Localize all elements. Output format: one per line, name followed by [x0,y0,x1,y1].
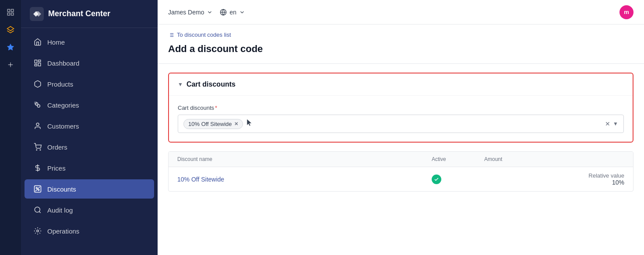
sidebar-item-label-customers: Customers [47,122,79,130]
select-controls: ✕ ▼ [605,120,618,127]
svg-rect-0 [7,9,10,11]
sidebar-header: Merchant Center [21,0,158,28]
store-name: James Demo [168,9,204,16]
language-selector[interactable]: en [220,9,245,16]
svg-rect-3 [11,13,14,15]
collapse-chevron-icon: ▼ [178,81,183,87]
sidebar-item-home[interactable]: Home [25,32,154,52]
page-title: Add a discount code [168,43,633,55]
svg-point-20 [38,189,39,191]
tag-label: 10% Off Sitewide [188,121,232,127]
breadcrumb-link[interactable]: To discount codes list [168,31,633,38]
svg-rect-1 [11,9,14,11]
topbar-left: James Demo en [168,9,245,16]
sidebar-item-discounts[interactable]: Discounts [25,179,154,199]
pointer-cursor-icon [246,119,254,127]
selected-tag[interactable]: 10% Off Sitewide ✕ [183,119,243,129]
accent-bar [0,0,21,255]
sidebar-item-label-discounts: Discounts [47,185,76,193]
orders-icon [33,143,42,151]
table-row: 10% Off Sitewide Relative value 10% [169,167,633,191]
sidebar: Merchant Center Home Dashboard Products … [21,0,158,255]
col-extra [537,156,624,162]
content-inner: To discount codes list Add a discount co… [158,24,644,255]
svg-rect-10 [39,60,41,62]
col-discount-name: Discount name [177,156,432,162]
accent-layers-icon[interactable] [4,23,18,37]
accent-menu-icon[interactable] [4,5,18,19]
sidebar-nav: Home Dashboard Products Categories Custo… [21,28,158,255]
sidebar-item-audit-log[interactable]: Audit log [25,200,154,220]
svg-marker-5 [7,44,14,50]
globe-icon [220,9,227,16]
svg-marker-4 [7,27,14,31]
sidebar-item-customers[interactable]: Customers [25,116,154,136]
sidebar-item-label-audit-log: Audit log [47,206,73,214]
avatar-initials: m [624,9,629,15]
customers-icon [33,122,42,130]
main-content: James Demo en m To discount codes list [158,0,644,255]
products-icon [33,80,42,88]
svg-point-15 [36,123,39,126]
row-discount-name: 10% Off Sitewide [177,175,432,183]
field-label: Cart discounts* [178,105,624,111]
cursor-icon [246,119,254,129]
accent-star-icon[interactable] [4,40,18,54]
svg-point-16 [36,150,37,150]
active-status-badge [432,175,441,184]
sidebar-item-label-operations: Operations [47,227,79,235]
store-selector[interactable]: James Demo [168,9,213,16]
svg-point-14 [37,105,40,107]
store-chevron-icon [207,9,213,15]
topbar: James Demo en m [158,0,644,24]
dropdown-chevron-icon[interactable]: ▼ [613,121,618,127]
svg-line-24 [39,211,40,213]
cart-discounts-section: ▼ Cart discounts Cart discounts* 10% Off… [168,73,633,143]
discount-name-link[interactable]: 10% Off Sitewide [177,176,224,183]
svg-rect-11 [39,63,41,66]
audit-icon [33,206,42,214]
table-header: Discount name Active Amount [169,152,633,167]
sidebar-item-operations[interactable]: Operations [25,221,154,241]
lang-chevron-icon [239,9,245,15]
discounts-table: Discount name Active Amount 10% Off Site… [168,151,633,192]
accent-plus-icon[interactable] [4,58,18,72]
svg-rect-12 [35,64,37,66]
checkmark-icon [434,177,439,182]
dashboard-icon [33,59,42,67]
clear-select-button[interactable]: ✕ [605,120,610,127]
relative-value-label: Relative value [588,172,624,179]
svg-rect-2 [7,13,10,15]
sidebar-item-label-orders: Orders [47,143,67,151]
tag-close-button[interactable]: ✕ [234,121,238,127]
svg-rect-9 [35,60,37,63]
sidebar-item-categories[interactable]: Categories [25,95,154,115]
breadcrumb-bar: To discount codes list [158,24,644,38]
select-field-left: 10% Off Sitewide ✕ [183,119,605,129]
logo-icon [30,7,44,21]
sidebar-title: Merchant Center [48,9,110,18]
breadcrumb-label: To discount codes list [177,31,231,38]
sidebar-item-orders[interactable]: Orders [25,137,154,157]
home-icon [33,38,42,46]
col-active: Active [432,156,484,162]
topbar-right: m [619,5,633,19]
sidebar-item-products[interactable]: Products [25,74,154,94]
user-avatar[interactable]: m [619,5,633,19]
svg-point-17 [40,150,41,150]
required-marker: * [215,105,217,111]
sidebar-item-label-products: Products [47,80,73,88]
operations-icon [33,227,42,235]
svg-point-19 [36,187,37,189]
discounts-icon [33,185,42,193]
sidebar-item-label-home: Home [47,38,65,46]
col-amount: Amount [484,156,537,162]
row-relative-value: Relative value 10% [537,172,624,186]
sidebar-item-label-prices: Prices [47,164,66,172]
section-header[interactable]: ▼ Cart discounts [169,73,633,96]
sidebar-item-prices[interactable]: Prices [25,158,154,178]
page-title-area: Add a discount code [158,38,644,64]
sidebar-item-dashboard[interactable]: Dashboard [25,53,154,73]
cart-discounts-select[interactable]: 10% Off Sitewide ✕ ✕ ▼ [178,115,624,133]
prices-icon [33,164,42,172]
